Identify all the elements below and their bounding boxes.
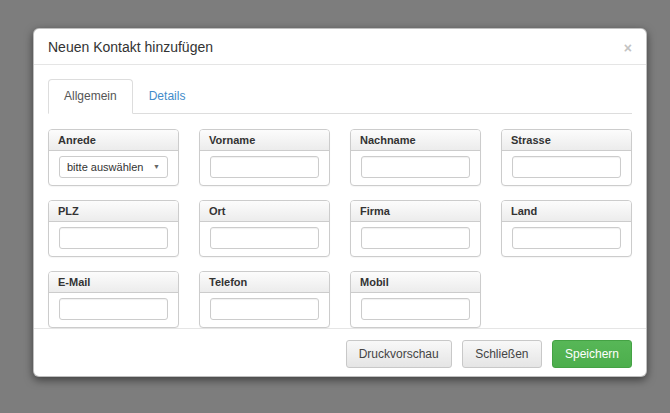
field-panel-firma: Firma <box>350 200 481 257</box>
tab-allgemein[interactable]: Allgemein <box>48 79 133 113</box>
field-panel-ort: Ort <box>199 200 330 257</box>
strasse-label: Strasse <box>502 130 631 151</box>
add-contact-dialog: Neuen Kontakt hinzufügen × Allgemein Det… <box>33 28 647 377</box>
tab-details[interactable]: Details <box>133 79 202 113</box>
firma-label: Firma <box>351 201 480 222</box>
ort-label: Ort <box>200 201 329 222</box>
field-panel-land: Land <box>501 200 632 257</box>
dialog-title: Neuen Kontakt hinzufügen <box>48 40 213 55</box>
field-panel-strasse: Strasse <box>501 129 632 186</box>
field-panel-mobil: Mobil <box>350 271 481 328</box>
close-button[interactable]: Schließen <box>462 340 541 368</box>
anrede-select-value: bitte auswählen <box>67 161 143 173</box>
dialog-footer: Druckvorschau Schließen Speichern <box>34 328 646 379</box>
mobil-label: Mobil <box>351 272 480 293</box>
field-panel-vorname: Vorname <box>199 129 330 186</box>
anrede-label: Anrede <box>49 130 178 151</box>
firma-input[interactable] <box>361 227 470 249</box>
dialog-body: Allgemein Details Anrede bitte auswählen… <box>34 65 646 327</box>
nachname-label: Nachname <box>351 130 480 151</box>
print-preview-button[interactable]: Druckvorschau <box>346 340 452 368</box>
field-panel-email: E-Mail <box>48 271 179 328</box>
telefon-input[interactable] <box>210 298 319 320</box>
field-panel-anrede: Anrede bitte auswählen ▼ <box>48 129 179 186</box>
chevron-down-icon: ▼ <box>153 163 160 170</box>
field-panel-telefon: Telefon <box>199 271 330 328</box>
land-label: Land <box>502 201 631 222</box>
dialog-header: Neuen Kontakt hinzufügen × <box>34 29 646 65</box>
ort-input[interactable] <box>210 227 319 249</box>
close-icon[interactable]: × <box>624 41 632 55</box>
tab-bar: Allgemein Details <box>48 79 632 113</box>
anrede-select[interactable]: bitte auswählen ▼ <box>59 156 168 178</box>
plz-label: PLZ <box>49 201 178 222</box>
strasse-input[interactable] <box>512 156 621 178</box>
field-panel-plz: PLZ <box>48 200 179 257</box>
vorname-input[interactable] <box>210 156 319 178</box>
save-button[interactable]: Speichern <box>552 340 632 368</box>
email-input[interactable] <box>59 298 168 320</box>
email-label: E-Mail <box>49 272 178 293</box>
telefon-label: Telefon <box>200 272 329 293</box>
contact-form: Anrede bitte auswählen ▼ Vorname Nachnam… <box>48 129 632 328</box>
vorname-label: Vorname <box>200 130 329 151</box>
field-panel-nachname: Nachname <box>350 129 481 186</box>
plz-input[interactable] <box>59 227 168 249</box>
nachname-input[interactable] <box>361 156 470 178</box>
land-input[interactable] <box>512 227 621 249</box>
mobil-input[interactable] <box>361 298 470 320</box>
